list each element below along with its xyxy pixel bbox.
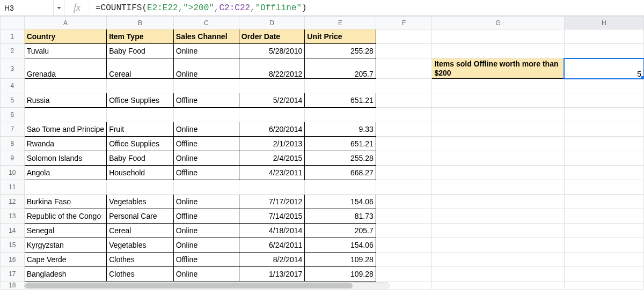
row-header[interactable]: 16 — [1, 253, 25, 267]
cell[interactable]: Senegal — [24, 224, 107, 238]
horizontal-scrollbar[interactable] — [25, 282, 390, 290]
cell[interactable]: 81.73 — [305, 209, 376, 224]
row-header[interactable]: 10 — [1, 166, 25, 180]
cell[interactable]: 2/1/2013 — [239, 137, 305, 151]
cell[interactable]: Burkina Faso — [24, 195, 107, 209]
cell[interactable]: Fruit — [107, 122, 174, 137]
cell[interactable]: 2/4/2015 — [239, 151, 305, 166]
cell[interactable] — [376, 267, 432, 281]
cell[interactable] — [432, 195, 564, 209]
cell[interactable] — [376, 58, 432, 79]
cell[interactable]: Cereal — [107, 224, 174, 238]
row-header[interactable]: 5 — [1, 93, 25, 108]
cell[interactable]: 651.21 — [305, 93, 376, 108]
cell[interactable]: 109.28 — [305, 267, 376, 281]
cell[interactable] — [564, 281, 643, 290]
cell[interactable]: Household — [107, 166, 174, 180]
cell[interactable] — [376, 195, 432, 209]
cell[interactable] — [564, 44, 643, 58]
cell[interactable] — [376, 209, 432, 224]
cell[interactable]: 668.27 — [305, 166, 376, 180]
cell[interactable]: 255.28 — [305, 151, 376, 166]
cell[interactable] — [376, 166, 432, 180]
cell[interactable] — [173, 79, 239, 93]
cell[interactable] — [24, 180, 107, 195]
cell[interactable]: 7/14/2015 — [239, 209, 305, 224]
cell[interactable]: Kyrgyzstan — [24, 238, 107, 253]
cell[interactable]: Clothes — [107, 253, 174, 267]
col-header-E[interactable]: E — [305, 17, 376, 29]
cell[interactable]: Vegetables — [107, 238, 174, 253]
cell[interactable]: Republic of the Congo — [24, 209, 107, 224]
header-cell[interactable]: Country — [24, 29, 107, 44]
cell[interactable]: Offline — [173, 166, 239, 180]
cell[interactable]: 205.7 — [305, 58, 376, 79]
cell[interactable]: Office Supplies — [107, 137, 174, 151]
cell[interactable] — [432, 224, 564, 238]
cell[interactable]: 4/23/2011 — [239, 166, 305, 180]
cell[interactable] — [239, 79, 305, 93]
header-cell[interactable]: Sales Channel — [173, 29, 239, 44]
cell[interactable]: 255.28 — [305, 44, 376, 58]
cell[interactable] — [376, 44, 432, 58]
cell[interactable] — [107, 108, 174, 122]
cell[interactable]: Angola — [24, 166, 107, 180]
cell[interactable] — [564, 267, 643, 281]
cell[interactable]: 6/24/2011 — [239, 238, 305, 253]
cell[interactable] — [376, 79, 432, 93]
cell[interactable]: 9.33 — [305, 122, 376, 137]
cell[interactable] — [376, 224, 432, 238]
cell[interactable] — [376, 29, 432, 44]
col-header-F[interactable]: F — [376, 17, 432, 29]
col-header-D[interactable]: D — [239, 17, 305, 29]
name-box-dropdown-icon[interactable] — [54, 0, 64, 16]
cell[interactable]: 154.06 — [305, 238, 376, 253]
row-header[interactable]: 15 — [1, 238, 25, 253]
col-header-A[interactable]: A — [24, 17, 107, 29]
side-label[interactable]: Items sold Offline worth more than $200 — [432, 58, 564, 79]
cell[interactable] — [564, 238, 643, 253]
cell[interactable] — [564, 79, 643, 93]
cell[interactable] — [305, 108, 376, 122]
cell[interactable] — [376, 108, 432, 122]
row-header[interactable]: 13 — [1, 209, 25, 224]
cell[interactable]: Bangladesh — [24, 267, 107, 281]
cell[interactable] — [376, 137, 432, 151]
col-header-B[interactable]: B — [107, 17, 174, 29]
cell[interactable]: 154.06 — [305, 195, 376, 209]
cell[interactable]: Offline — [173, 209, 239, 224]
cell[interactable]: Online — [173, 44, 239, 58]
row-header[interactable]: 9 — [1, 151, 25, 166]
row-header[interactable]: 4 — [1, 79, 25, 93]
row-header[interactable]: 1 — [1, 29, 25, 44]
cell[interactable] — [564, 166, 643, 180]
row-header[interactable]: 17 — [1, 267, 25, 281]
row-header[interactable]: 12 — [1, 195, 25, 209]
cell[interactable] — [432, 93, 564, 108]
active-cell[interactable]: 5 — [564, 58, 643, 79]
cell[interactable]: 8/22/2012 — [239, 58, 305, 79]
cell[interactable] — [432, 108, 564, 122]
cell[interactable] — [564, 137, 643, 151]
row-header[interactable]: 18 — [1, 281, 25, 290]
cell[interactable] — [376, 122, 432, 137]
cell[interactable] — [564, 180, 643, 195]
cell[interactable] — [376, 151, 432, 166]
cell[interactable]: Online — [173, 195, 239, 209]
cell[interactable]: 5/28/2010 — [239, 44, 305, 58]
cell[interactable] — [564, 108, 643, 122]
cell[interactable] — [239, 108, 305, 122]
cell[interactable] — [305, 180, 376, 195]
cell[interactable] — [432, 137, 564, 151]
cell[interactable] — [564, 151, 643, 166]
row-header[interactable]: 7 — [1, 122, 25, 137]
cell[interactable] — [564, 224, 643, 238]
cell[interactable] — [564, 195, 643, 209]
row-header[interactable]: 8 — [1, 137, 25, 151]
cell[interactable] — [376, 180, 432, 195]
cell[interactable]: Russia — [24, 93, 107, 108]
cell[interactable] — [432, 267, 564, 281]
cell[interactable]: 651.21 — [305, 137, 376, 151]
cell[interactable] — [173, 108, 239, 122]
cell[interactable]: Clothes — [107, 267, 174, 281]
